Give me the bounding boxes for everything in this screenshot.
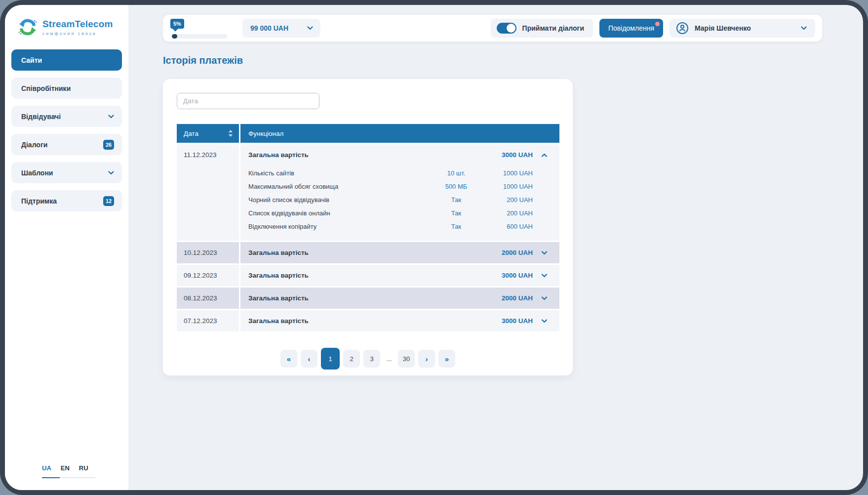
table-row: 09.12.2023 Загальна вартість 3000 UAH [177,265,559,286]
row-date: 11.12.2023 [177,144,239,241]
detail-price: 200 UAH [483,209,533,217]
sidebar-item-label: Діалоги [21,141,47,149]
chevron-down-icon [307,26,313,30]
support-count-badge: 12 [103,196,114,206]
table-row: 11.12.2023 Загальна вартість 3000 UAH Кі… [177,144,559,241]
user-avatar-icon [676,22,689,35]
chevron-down-icon[interactable] [533,251,555,255]
detail-value: Так [429,196,483,204]
notification-dot [655,22,660,26]
detail-line: Кількість сайтів 10 шт. 1000 UAH [248,166,555,180]
balance-dropdown[interactable]: 99 000 UAH [242,19,320,38]
sidebar-item-employees[interactable]: Співробітники [11,78,122,99]
pagination-ellipsis: ... [384,350,395,368]
lang-ru[interactable]: RU [79,464,88,472]
table-row: 10.12.2023 Загальна вартість 2000 UAH [177,242,559,263]
row-date: 07.12.2023 [177,310,239,331]
pagination-page-3[interactable]: 3 [363,350,380,368]
sidebar-item-label: Підтримка [21,197,57,205]
row-expand-toggle[interactable]: Загальна вартість 3000 UAH [240,144,559,165]
brand-name: StreamTelecom [42,19,113,30]
row-expand-toggle[interactable]: Загальна вартість 3000 UAH [240,265,559,286]
sidebar-item-label: Сайти [21,56,42,64]
brand-logo: StreamTelecom симфония связи [11,17,122,38]
chevron-down-icon [108,115,114,119]
detail-name: Чорний список відвідувачів [248,196,429,204]
row-date: 09.12.2023 [177,265,239,286]
detail-price: 200 UAH [483,196,533,204]
date-filter-input[interactable] [177,93,319,109]
language-switcher: UA EN RU [11,464,122,478]
total-amount: 3000 UAH [483,317,533,325]
chevron-up-icon[interactable] [533,153,555,157]
user-name: Марія Шевченко [695,24,795,32]
detail-line: Чорний список відвідувачів Так 200 UAH [248,193,555,206]
column-label: Дата [184,130,198,137]
usage-progress-fill [172,34,177,39]
table-row: 08.12.2023 Загальна вартість 2000 UAH [177,288,559,309]
chevron-down-icon [108,171,114,175]
pagination-page-30[interactable]: 30 [398,350,415,368]
column-header-date[interactable]: Дата [177,124,239,143]
detail-price: 600 UAH [483,223,533,230]
total-label: Загальна вартість [248,317,483,325]
brand-tagline: симфония связи [42,31,113,36]
pagination-last-button[interactable]: » [438,350,455,368]
table-row: 07.12.2023 Загальна вартість 3000 UAH [177,310,559,331]
detail-line: Максимальний обсяг сховища 500 МБ 1000 U… [248,180,555,193]
pagination-page-1[interactable]: 1 [321,348,340,370]
chevron-down-icon[interactable] [533,319,555,323]
row-expand-toggle[interactable]: Загальна вартість 3000 UAH [240,310,559,331]
detail-name: Список відвідувачів онлайн [248,209,429,217]
total-amount: 2000 UAH [483,294,533,302]
dialogs-count-badge: 26 [103,140,114,150]
pagination-prev-button[interactable]: ‹ [301,350,317,368]
usage-percent-badge: 5% [170,19,184,29]
row-details: Кількість сайтів 10 шт. 1000 UAH Максима… [240,165,559,241]
detail-price: 1000 UAH [483,169,533,177]
total-amount: 2000 UAH [483,249,533,256]
chevron-down-icon [801,26,807,30]
accept-dialogs-group: Приймати діалоги [491,19,593,38]
pagination-page-2[interactable]: 2 [343,350,360,368]
detail-line: Список відвідувачів онлайн Так 200 UAH [248,206,555,220]
sidebar-item-label: Відвідувачі [21,113,61,121]
sidebar-item-dialogs[interactable]: Діалоги 26 [11,134,122,155]
total-label: Загальна вартість [248,249,483,256]
pagination-first-button[interactable]: « [280,350,297,368]
row-date: 10.12.2023 [177,242,239,263]
accept-dialogs-toggle[interactable] [497,23,516,34]
sidebar-item-support[interactable]: Підтримка 12 [11,190,122,211]
sidebar-nav: Сайти Співробітники Відвідувачі Діалоги … [11,49,122,211]
sidebar-item-visitors[interactable]: Відвідувачі [11,106,122,127]
lang-en[interactable]: EN [61,464,70,472]
language-underline [42,477,95,478]
detail-price: 1000 UAH [483,183,533,190]
chevron-down-icon[interactable] [533,274,555,278]
sidebar-item-sites[interactable]: Сайти [11,49,122,71]
total-label: Загальна вартість [248,272,483,279]
main-content: 5% 99 000 UAH Приймати діалоги Повідомле… [128,5,863,490]
total-label: Загальна вартість [248,151,483,159]
page-title: Історія платежів [163,55,822,66]
balance-amount: 99 000 UAH [250,24,288,32]
row-expand-toggle[interactable]: Загальна вартість 2000 UAH [240,288,559,309]
total-label: Загальна вартість [248,294,483,302]
notifications-button[interactable]: Повідомлення [599,19,663,38]
row-expand-toggle[interactable]: Загальна вартість 2000 UAH [240,242,559,263]
pagination-next-button[interactable]: › [418,350,435,368]
sidebar-item-label: Співробітники [21,84,71,92]
chevron-down-icon[interactable] [533,296,555,300]
detail-name: Кількість сайтів [248,169,429,177]
sort-icon[interactable] [228,130,233,137]
detail-value: 10 шт. [429,169,483,177]
sidebar-item-templates[interactable]: Шаблони [11,162,122,183]
sidebar-item-label: Шаблони [21,169,53,177]
pagination: « ‹ 1 2 3 ... 30 › » [177,348,559,370]
user-menu[interactable]: Марія Шевченко [670,19,815,38]
lang-ua[interactable]: UA [42,464,51,472]
column-label: Функціонал [248,130,283,137]
app-window: StreamTelecom симфония связи Сайти Співр… [5,5,863,490]
total-amount: 3000 UAH [483,272,533,279]
payments-table: Дата Функціонал 11.12.2023 Загальна ва [177,124,559,331]
